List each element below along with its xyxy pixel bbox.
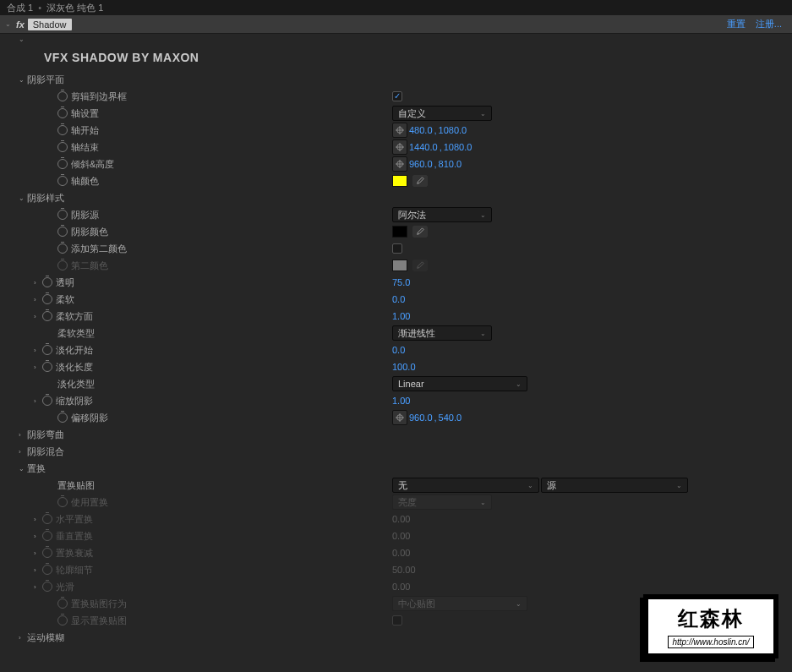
param-axis-end: 轴结束 1440.0, 1080.0 xyxy=(0,139,792,156)
stopwatch-icon xyxy=(42,565,52,575)
value-y[interactable]: 540.0 xyxy=(439,412,462,423)
param-contour-detail: › 轮廓细节 50.00 xyxy=(0,561,792,578)
param-scale-shadow: › 缩放阴影 1.00 xyxy=(0,392,792,409)
value[interactable]: 1.00 xyxy=(392,396,410,406)
section-label: 阴影平面 xyxy=(27,74,348,86)
value[interactable]: 100.0 xyxy=(392,362,416,372)
param-fade-length: › 淡化长度 100.0 xyxy=(0,358,792,375)
shadow-source-select[interactable]: 阿尔法⌄ xyxy=(392,207,492,222)
value[interactable]: 1.00 xyxy=(392,311,410,321)
chevron-down-icon[interactable]: ⌄ xyxy=(19,76,27,84)
chevron-right-icon[interactable]: › xyxy=(34,313,42,320)
value[interactable]: 0.0 xyxy=(392,294,405,304)
chevron-down-icon[interactable]: ⌄ xyxy=(19,194,27,202)
value[interactable]: 75.0 xyxy=(392,277,410,287)
stopwatch-icon xyxy=(42,582,52,592)
stopwatch-icon[interactable] xyxy=(57,108,68,118)
register-link[interactable]: 注册... xyxy=(756,18,782,30)
value[interactable]: 0.0 xyxy=(392,345,405,355)
breadcrumb-item[interactable]: 深灰色 纯色 1 xyxy=(46,2,103,14)
eyedropper-icon[interactable] xyxy=(412,175,428,187)
chevron-right-icon[interactable]: › xyxy=(34,296,42,303)
param-clip-to-box: 剪辑到边界框 xyxy=(0,88,792,105)
stopwatch-icon[interactable] xyxy=(57,243,68,254)
value-x[interactable]: 960.0 xyxy=(409,412,433,423)
param-second-color: 第二颜色 xyxy=(0,257,792,274)
value-y[interactable]: 1080.0 xyxy=(439,125,467,135)
stopwatch-icon xyxy=(57,497,68,507)
soft-type-select[interactable]: 渐进线性⌄ xyxy=(392,325,492,341)
fx-icon[interactable]: fx xyxy=(16,19,25,30)
chevron-right-icon[interactable]: › xyxy=(34,279,42,287)
stopwatch-icon[interactable] xyxy=(57,176,68,186)
param-displace-decay: › 置换衰减 0.00 xyxy=(0,544,792,561)
color-swatch[interactable] xyxy=(392,226,407,238)
effect-name[interactable]: Shadow xyxy=(28,19,72,30)
stopwatch-icon[interactable] xyxy=(42,396,52,406)
value: 0.00 xyxy=(392,514,410,524)
chevron-right-icon[interactable]: › xyxy=(34,347,42,354)
color-swatch xyxy=(392,260,407,271)
stopwatch-icon[interactable] xyxy=(42,345,52,355)
stopwatch-icon[interactable] xyxy=(42,294,52,304)
stopwatch-icon[interactable] xyxy=(57,91,68,101)
stopwatch-icon[interactable] xyxy=(42,277,52,287)
eyedropper-icon[interactable] xyxy=(412,226,428,238)
reset-link[interactable]: 重置 xyxy=(727,18,746,30)
param-axis-setting: 轴设置 自定义⌄ xyxy=(0,105,792,122)
target-icon[interactable] xyxy=(392,123,407,138)
param-axis-start: 轴开始 480.0, 1080.0 xyxy=(0,122,792,139)
value-y[interactable]: 810.0 xyxy=(439,159,462,169)
chevron-right-icon[interactable]: › xyxy=(34,397,42,405)
effect-collapse-icon[interactable]: ⌄ xyxy=(5,20,12,28)
value-y[interactable]: 1080.0 xyxy=(444,142,472,152)
section-label: 置换 xyxy=(27,462,348,475)
section-shadow-style[interactable]: ⌄ 阴影样式 xyxy=(0,189,792,206)
value-x[interactable]: 480.0 xyxy=(409,125,433,135)
chevron-right-icon[interactable]: › xyxy=(34,566,42,574)
stopwatch-icon xyxy=(42,548,52,558)
value-x[interactable]: 960.0 xyxy=(409,159,433,169)
chevron-right-icon[interactable]: › xyxy=(34,533,42,540)
param-fade-start: › 淡化开始 0.0 xyxy=(0,341,792,358)
stopwatch-icon[interactable] xyxy=(57,227,68,237)
checkbox[interactable] xyxy=(392,91,402,101)
stopwatch-icon[interactable] xyxy=(57,125,68,135)
chevron-right-icon[interactable]: › xyxy=(19,431,27,439)
target-icon[interactable] xyxy=(392,156,407,172)
displace-behavior-select: 中心贴图⌄ xyxy=(392,596,527,611)
color-swatch[interactable] xyxy=(392,175,407,187)
chevron-right-icon[interactable]: › xyxy=(19,448,27,456)
chevron-right-icon[interactable]: › xyxy=(34,549,42,557)
stopwatch-icon[interactable] xyxy=(42,311,52,321)
breadcrumb-item[interactable]: 合成 1 xyxy=(7,2,33,14)
section-displace[interactable]: ⌄ 置换 xyxy=(0,460,792,477)
chevron-right-icon[interactable]: › xyxy=(34,516,42,523)
stopwatch-icon[interactable] xyxy=(57,159,68,169)
stopwatch-icon[interactable] xyxy=(57,412,68,423)
param-horiz-displace: › 水平置换 0.00 xyxy=(0,511,792,527)
section-shadow-plane[interactable]: ⌄ 阴影平面 xyxy=(0,71,792,88)
fade-type-select[interactable]: Linear⌄ xyxy=(392,376,527,391)
breadcrumb-separator: • xyxy=(38,3,41,13)
chevron-right-icon[interactable]: › xyxy=(34,583,42,591)
about-collapse-icon[interactable]: ⌄ xyxy=(0,34,792,44)
displace-map-source-select[interactable]: 源⌄ xyxy=(541,478,688,493)
chevron-right-icon[interactable]: › xyxy=(19,634,27,642)
section-shadow-blend[interactable]: › 阴影混合 xyxy=(0,443,792,460)
stopwatch-icon[interactable] xyxy=(57,142,68,152)
section-label: 运动模糊 xyxy=(27,631,348,644)
section-shadow-bend[interactable]: › 阴影弯曲 xyxy=(0,426,792,443)
stopwatch-icon[interactable] xyxy=(42,362,52,372)
stopwatch-icon[interactable] xyxy=(57,210,68,220)
chevron-down-icon[interactable]: ⌄ xyxy=(19,465,27,473)
target-icon[interactable] xyxy=(392,410,407,425)
checkbox[interactable] xyxy=(392,243,402,254)
axis-setting-select[interactable]: 自定义⌄ xyxy=(392,106,492,121)
chevron-right-icon[interactable]: › xyxy=(34,363,42,371)
target-icon[interactable] xyxy=(392,139,407,155)
value-x[interactable]: 1440.0 xyxy=(409,142,438,152)
displace-map-select[interactable]: 无⌄ xyxy=(392,478,539,493)
param-displace-map: 置换贴图 无⌄ 源⌄ xyxy=(0,477,792,494)
param-transparent: › 透明 75.0 xyxy=(0,274,792,291)
